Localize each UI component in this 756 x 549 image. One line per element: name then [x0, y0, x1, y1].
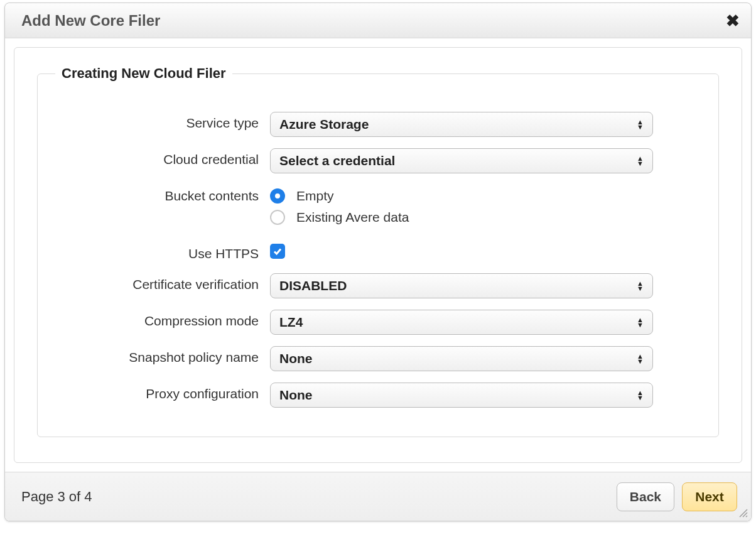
add-core-filer-dialog: Add New Core Filer ✖ Creating New Cloud …	[4, 3, 752, 521]
bucket-empty-radio[interactable]	[270, 188, 285, 204]
dialog-footer: Page 3 of 4 Back Next	[5, 472, 751, 521]
snapshot-policy-select[interactable]: None	[270, 346, 653, 371]
back-button[interactable]: Back	[617, 482, 674, 511]
cloud-filer-fieldset: Creating New Cloud Filer Service type Az…	[37, 65, 719, 437]
cloud-credential-value: Select a credential	[279, 153, 395, 168]
bucket-existing-radio[interactable]	[270, 210, 285, 225]
dialog-titlebar: Add New Core Filer ✖	[5, 3, 751, 38]
use-https-checkbox[interactable]	[270, 244, 285, 259]
bucket-existing-label: Existing Avere data	[296, 210, 409, 225]
compression-mode-value: LZ4	[279, 315, 303, 330]
next-button[interactable]: Next	[682, 482, 737, 511]
service-type-label: Service type	[44, 112, 270, 131]
compression-mode-select[interactable]: LZ4	[270, 310, 653, 335]
page-indicator: Page 3 of 4	[21, 489, 92, 505]
updown-icon	[637, 354, 644, 364]
check-icon	[273, 246, 283, 256]
resize-grip-icon	[738, 508, 748, 518]
proxy-config-value: None	[279, 388, 313, 403]
updown-icon	[637, 390, 644, 400]
updown-icon	[637, 156, 644, 166]
snapshot-policy-value: None	[279, 351, 313, 366]
updown-icon	[637, 119, 644, 129]
updown-icon	[637, 281, 644, 291]
inner-panel: Creating New Cloud Filer Service type Az…	[14, 47, 742, 463]
svg-line-2	[746, 516, 747, 517]
bucket-contents-label: Bucket contents	[44, 185, 270, 204]
svg-line-1	[743, 513, 747, 517]
compression-mode-label: Compression mode	[44, 310, 270, 329]
bucket-empty-label: Empty	[296, 188, 334, 204]
cert-verification-select[interactable]: DISABLED	[270, 273, 653, 298]
dialog-content: Creating New Cloud Filer Service type Az…	[5, 38, 751, 472]
cloud-credential-select[interactable]: Select a credential	[270, 148, 653, 173]
use-https-label: Use HTTPS	[44, 242, 270, 262]
cert-verification-label: Certificate verification	[44, 273, 270, 293]
proxy-config-select[interactable]: None	[270, 383, 653, 408]
cert-verification-value: DISABLED	[279, 278, 347, 293]
proxy-config-label: Proxy configuration	[44, 383, 270, 402]
close-icon[interactable]: ✖	[726, 13, 740, 29]
updown-icon	[637, 317, 644, 327]
service-type-value: Azure Storage	[279, 117, 369, 132]
cloud-credential-label: Cloud credential	[44, 148, 270, 168]
snapshot-policy-label: Snapshot policy name	[44, 346, 270, 366]
dialog-title: Add New Core Filer	[21, 12, 160, 30]
svg-line-0	[740, 509, 747, 517]
fieldset-legend: Creating New Cloud Filer	[55, 65, 232, 82]
service-type-select[interactable]: Azure Storage	[270, 112, 653, 137]
